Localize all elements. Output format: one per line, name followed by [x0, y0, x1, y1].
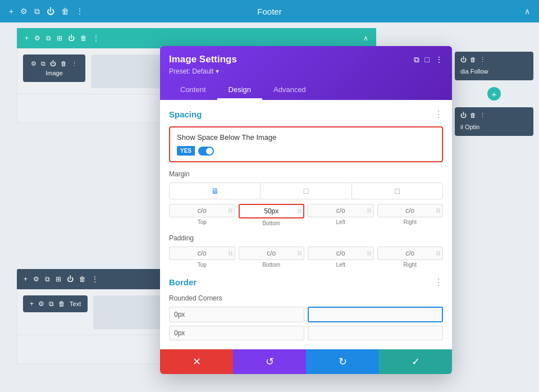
copy-text-icon[interactable]: ⧉ [49, 300, 54, 308]
panel-preset[interactable]: Preset: Default ▾ [169, 67, 443, 75]
add-right-button[interactable]: + [487, 87, 501, 101]
rounded-corners-label: Rounded Corners [169, 294, 443, 302]
margin-left-field: ⛓ Left [308, 204, 374, 226]
panel-header: Image Settings ⧉ □ ⋮ Preset: Default ▾ C… [160, 46, 452, 100]
margin-top-label: Top [198, 219, 207, 225]
more-right-icon[interactable]: ⋮ [479, 56, 486, 63]
padding-right-input[interactable] [377, 247, 444, 260]
border-more-icon[interactable]: ⋮ [434, 277, 443, 288]
margin-bottom-input[interactable] [239, 204, 305, 218]
gear-module-icon[interactable]: ⚙ [31, 60, 36, 67]
collapse-icon[interactable]: ∧ [524, 7, 530, 16]
power-section-icon[interactable]: ⏻ [68, 34, 75, 42]
toggle-handle[interactable] [198, 147, 214, 156]
tab-design[interactable]: Design [217, 81, 262, 100]
more-module-icon[interactable]: ⋮ [71, 60, 77, 67]
top-bar-left: + ⚙ ⧉ ⏻ 🗑 ⋮ [9, 7, 84, 16]
more-section-icon[interactable]: ⋮ [93, 34, 99, 42]
panel-more-icon[interactable]: ⋮ [435, 55, 443, 64]
canvas-area: + ⚙ ⧉ ⊞ ⏻ 🗑 ⋮ ∧ ⚙ ⧉ ⏻ 🗑 ⋮ Image [0, 22, 539, 392]
margin-bottom-label: Bottom [262, 220, 280, 226]
text-module-label: Text [70, 300, 81, 307]
spacing-more-icon[interactable]: ⋮ [434, 109, 443, 120]
spacing-title: Spacing [169, 110, 202, 119]
trash-s2-icon[interactable]: 🗑 [79, 275, 86, 283]
right-optin: ⏻ 🗑 ⋮ il Optin [455, 107, 533, 136]
add-icon[interactable]: + [9, 7, 13, 16]
rc-bottom-right-input[interactable] [308, 326, 443, 340]
image-module[interactable]: ⚙ ⧉ ⏻ 🗑 ⋮ Image [23, 54, 85, 82]
margin-right-input[interactable] [377, 204, 444, 217]
add-s2-icon[interactable]: + [24, 275, 28, 283]
trash-icon[interactable]: 🗑 [61, 7, 69, 16]
gear-s2-icon[interactable]: ⚙ [33, 275, 39, 283]
minimize-icon[interactable]: □ [425, 55, 430, 64]
image-module-label: Image [45, 70, 63, 76]
grid-section-icon[interactable]: ⊞ [57, 34, 62, 42]
power-module-icon[interactable]: ⏻ [50, 60, 56, 67]
panel-header-top: Image Settings ⧉ □ ⋮ [169, 54, 443, 65]
padding-left-input[interactable] [308, 247, 374, 260]
margin-top-input[interactable] [169, 204, 235, 217]
more-optin-icon[interactable]: ⋮ [479, 112, 486, 119]
mobile-icon[interactable]: □ [352, 183, 442, 199]
rounded-corners-grid [169, 307, 443, 340]
more-s2-icon[interactable]: ⋮ [92, 275, 98, 283]
tab-content[interactable]: Content [169, 81, 217, 100]
add-section-icon[interactable]: + [25, 34, 29, 42]
panel-tabs: Content Design Advanced [169, 81, 443, 100]
tablet-icon[interactable]: □ [261, 183, 351, 199]
padding-top-field: ⛓ Top [169, 247, 235, 268]
trash-right-icon[interactable]: 🗑 [470, 56, 476, 63]
power-icon[interactable]: ⏻ [47, 7, 54, 16]
reset-button[interactable]: ↺ [233, 349, 306, 374]
gear-text-icon[interactable]: ⚙ [38, 300, 44, 308]
more-icon[interactable]: ⋮ [76, 7, 84, 16]
copy-module-icon[interactable]: ⧉ [41, 60, 45, 67]
margin-left-input[interactable] [308, 204, 374, 217]
trash-optin-icon[interactable]: 🗑 [470, 112, 476, 119]
link-right-icon: ⛓ [436, 208, 441, 213]
power-s2-icon[interactable]: ⏻ [67, 275, 74, 283]
toggle-label: Show Space Below The Image [177, 133, 435, 142]
margin-bottom-field: ⛓ Bottom [239, 204, 305, 226]
padding-top-label: Top [198, 262, 207, 268]
toggle-switch[interactable]: YES [177, 146, 435, 156]
border-section-header: Border ⋮ [169, 277, 443, 288]
refresh-button[interactable]: ↻ [306, 349, 379, 374]
copy-s2-icon[interactable]: ⧉ [45, 275, 50, 283]
margin-top-field: ⛓ Top [169, 204, 235, 226]
panel-header-icons: ⧉ □ ⋮ [414, 55, 443, 65]
padding-top-input[interactable] [169, 247, 235, 260]
top-bar: + ⚙ ⧉ ⏻ 🗑 ⋮ Footer ∧ [0, 0, 539, 22]
collapse-section-icon[interactable]: ∧ [363, 34, 368, 42]
right-item-icons: ⏻ 🗑 ⋮ [460, 56, 528, 63]
grid-s2-icon[interactable]: ⊞ [56, 275, 61, 283]
padding-bottom-field: ⛓ Bottom [239, 247, 305, 268]
settings-section-icon[interactable]: ⚙ [34, 34, 40, 42]
desktop-icon[interactable]: 🖥 [170, 183, 261, 199]
panel-body: Spacing ⋮ Show Space Below The Image YES… [160, 100, 452, 349]
power-right-icon[interactable]: ⏻ [460, 56, 467, 63]
add-text-icon[interactable]: + [30, 300, 34, 308]
trash-module-icon[interactable]: 🗑 [61, 60, 67, 67]
copy-icon[interactable]: ⧉ [34, 7, 40, 16]
trash-section-icon[interactable]: 🗑 [80, 34, 87, 42]
panel-title: Image Settings [169, 54, 237, 65]
rc-top-left-input[interactable] [169, 307, 304, 322]
padding-bottom-label: Bottom [262, 262, 280, 268]
padding-label: Padding [169, 234, 443, 242]
padding-bottom-input[interactable] [239, 247, 305, 260]
text-module[interactable]: + ⚙ ⧉ 🗑 Text [23, 295, 88, 312]
expand-icon[interactable]: ⧉ [414, 55, 419, 65]
trash-text-icon[interactable]: 🗑 [58, 300, 65, 308]
rc-top-right-input[interactable] [308, 307, 443, 322]
power-optin-icon[interactable]: ⏻ [460, 112, 467, 119]
gear-icon[interactable]: ⚙ [20, 7, 28, 16]
save-button[interactable]: ✓ [379, 349, 452, 374]
margin-section: Margin 🖥 □ □ ⛓ Top [169, 170, 443, 226]
copy-section-icon[interactable]: ⧉ [46, 34, 51, 42]
rc-bottom-left-input[interactable] [169, 326, 304, 340]
cancel-button[interactable]: ✕ [160, 349, 233, 374]
tab-advanced[interactable]: Advanced [262, 81, 317, 100]
